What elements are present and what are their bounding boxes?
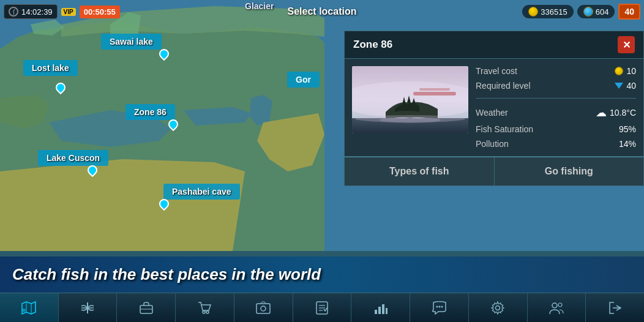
fish-saturation-row: Fish Saturation 95% bbox=[476, 124, 636, 134]
lake-cuscon-label[interactable]: Lake Cuscon bbox=[38, 150, 108, 166]
zone-panel: Zone 86 ✕ bbox=[344, 31, 644, 186]
cloud-icon: ☁ bbox=[596, 106, 607, 119]
svg-rect-23 bbox=[378, 307, 381, 314]
svg-rect-24 bbox=[382, 304, 384, 314]
gem-icon bbox=[583, 7, 593, 17]
nav-settings[interactable] bbox=[469, 293, 528, 322]
nav-map[interactable] bbox=[0, 293, 59, 322]
nav-stats[interactable] bbox=[351, 293, 410, 322]
travel-cost-row: Travel cost 10 bbox=[476, 66, 636, 76]
svg-rect-22 bbox=[375, 310, 377, 314]
svg-point-30 bbox=[552, 303, 557, 308]
nav-scale[interactable] bbox=[59, 293, 118, 322]
pollution-row: Pollution 14% bbox=[476, 139, 636, 149]
gold-currency-badge: 336515 bbox=[522, 5, 573, 18]
zone-buttons: Types of fish Go fishing bbox=[345, 156, 643, 185]
zone-86-pin bbox=[167, 119, 178, 133]
coin-icon bbox=[528, 7, 538, 17]
svg-point-17 bbox=[261, 306, 266, 311]
zone-image bbox=[352, 66, 468, 133]
nav-chat[interactable] bbox=[410, 293, 469, 322]
svg-rect-7 bbox=[413, 92, 456, 95]
zone-86-label[interactable]: Zone 86 bbox=[125, 104, 175, 120]
pashabei-cave-label[interactable]: Pashabei cave bbox=[163, 184, 240, 200]
weather-value: ☁ 10.8°C bbox=[596, 106, 636, 119]
bottom-nav bbox=[0, 293, 644, 322]
gem-amount: 604 bbox=[596, 7, 609, 17]
fish-saturation-value: 95% bbox=[619, 124, 636, 134]
level-badge: 40 bbox=[618, 4, 640, 20]
travel-cost-label: Travel cost bbox=[476, 66, 517, 76]
pollution-label: Pollution bbox=[476, 139, 509, 149]
sawai-lake-pin bbox=[157, 49, 168, 62]
pashabei-cave-pin bbox=[157, 199, 168, 212]
fish-saturation-label: Fish Saturation bbox=[476, 124, 533, 134]
lake-cuscon-pin bbox=[86, 165, 97, 179]
banner-text: Catch fish in the best places in the wor… bbox=[12, 265, 321, 283]
svg-point-31 bbox=[558, 303, 562, 307]
nav-tasks[interactable] bbox=[293, 293, 352, 322]
gorge-label[interactable]: Gor bbox=[287, 72, 320, 88]
weather-label: Weather bbox=[476, 108, 508, 118]
pollution-value: 14% bbox=[619, 139, 636, 149]
vip-badge: VIP bbox=[61, 8, 76, 16]
svg-point-27 bbox=[438, 305, 440, 307]
clock-badge: 14:02:39 bbox=[4, 4, 58, 19]
svg-point-14 bbox=[203, 311, 205, 313]
level-arrow-icon bbox=[615, 83, 623, 89]
bottom-banner: Catch fish in the best places in the wor… bbox=[0, 256, 644, 293]
select-location-label: Select location bbox=[288, 6, 357, 17]
nav-exit[interactable] bbox=[586, 293, 644, 322]
svg-point-26 bbox=[436, 305, 438, 307]
travel-cost-coin bbox=[615, 67, 623, 75]
top-bar: 14:02:39 VIP 00:50:55 Select location 33… bbox=[0, 0, 644, 23]
gem-currency-badge: 604 bbox=[577, 5, 615, 18]
required-level-value: 40 bbox=[615, 81, 636, 91]
travel-cost-value: 10 bbox=[615, 66, 636, 76]
svg-point-15 bbox=[206, 311, 209, 313]
weather-row: Weather ☁ 10.8°C bbox=[476, 106, 636, 119]
top-right-cluster: 336515 604 40 bbox=[522, 4, 644, 20]
timer-badge: 00:50:55 bbox=[80, 6, 120, 18]
go-fishing-button[interactable]: Go fishing bbox=[495, 157, 644, 185]
zone-title: Zone 86 bbox=[353, 39, 392, 51]
svg-rect-25 bbox=[386, 308, 388, 314]
close-button[interactable]: ✕ bbox=[618, 36, 635, 53]
nav-community[interactable] bbox=[528, 293, 586, 322]
required-level-row: Required level 40 bbox=[476, 81, 636, 91]
svg-point-29 bbox=[496, 305, 500, 310]
gold-amount: 336515 bbox=[541, 7, 567, 17]
zone-body: Travel cost 10 Required level 40 Weather… bbox=[345, 59, 643, 156]
nav-cart[interactable] bbox=[176, 293, 234, 322]
lost-lake-pin bbox=[54, 83, 65, 96]
types-of-fish-button[interactable]: Types of fish bbox=[345, 157, 495, 185]
svg-rect-8 bbox=[419, 88, 450, 91]
nav-photo[interactable] bbox=[234, 293, 293, 322]
required-level-label: Required level bbox=[476, 81, 531, 91]
sawai-lake-label[interactable]: Sawai lake bbox=[101, 34, 162, 50]
nav-briefcase[interactable] bbox=[117, 293, 176, 322]
clock-time: 14:02:39 bbox=[21, 7, 53, 17]
zone-stats: Travel cost 10 Required level 40 Weather… bbox=[476, 66, 636, 149]
top-left-cluster: 14:02:39 VIP 00:50:55 bbox=[0, 4, 120, 19]
svg-point-28 bbox=[441, 305, 443, 307]
svg-point-6 bbox=[355, 115, 465, 122]
lost-lake-label[interactable]: Lost lake bbox=[23, 60, 78, 76]
zone-panel-header: Zone 86 ✕ bbox=[345, 31, 643, 59]
svg-rect-16 bbox=[256, 304, 270, 313]
